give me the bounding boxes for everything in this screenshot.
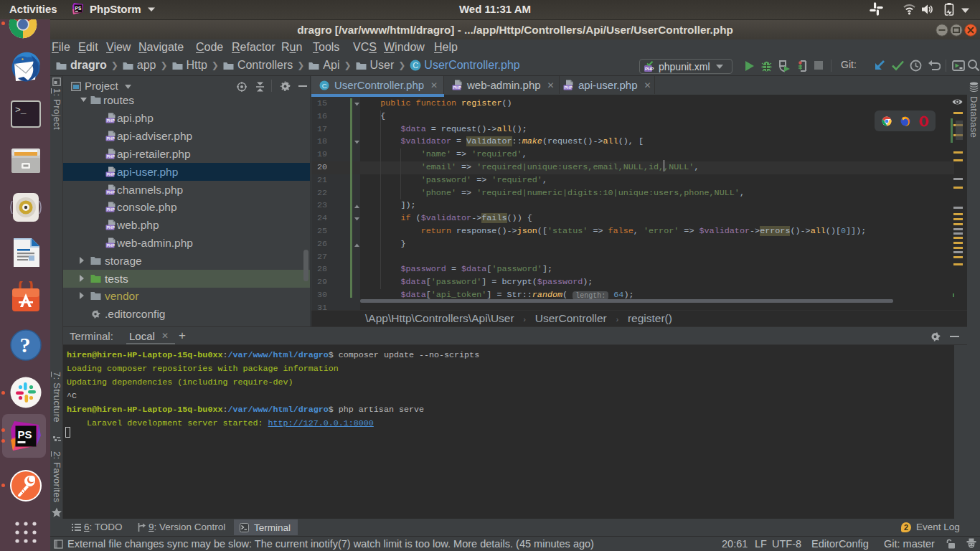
svg-text:PS: PS bbox=[75, 6, 82, 11]
svg-text:PS: PS bbox=[18, 428, 32, 441]
svg-text:PHP: PHP bbox=[645, 67, 654, 71]
svg-text:>_: >_ bbox=[15, 105, 27, 116]
svg-text:?: ? bbox=[20, 333, 31, 357]
svg-text:C: C bbox=[413, 61, 419, 70]
